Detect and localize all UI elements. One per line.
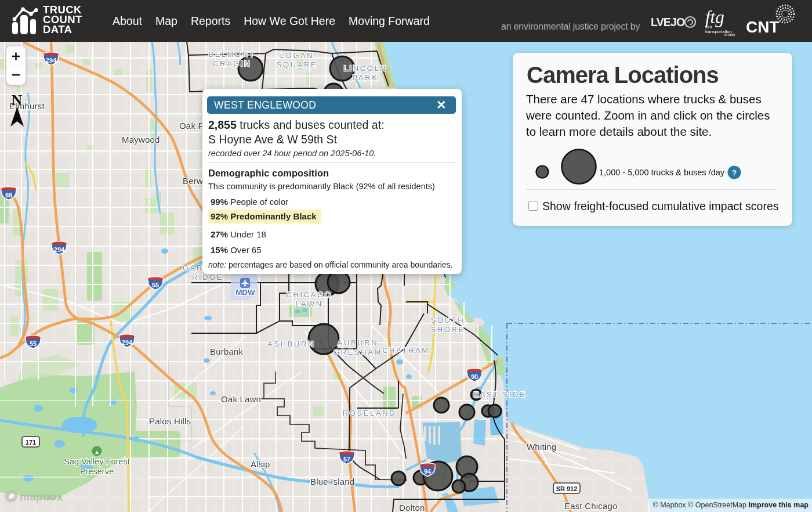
svg-text:GRESHAM: GRESHAM <box>334 348 382 356</box>
svg-text:CHATHAM: CHATHAM <box>382 346 430 355</box>
svg-text:171: 171 <box>26 439 36 446</box>
svg-text:BELMONT: BELMONT <box>208 50 255 59</box>
svg-text:CHICAGO: CHICAGO <box>287 290 332 299</box>
svg-text:SQUARE: SQUARE <box>277 60 318 69</box>
svg-text:N: N <box>12 92 22 108</box>
svg-text:▲: ▲ <box>94 449 100 455</box>
svg-text:Sag Valley Forest: Sag Valley Forest <box>64 457 129 466</box>
svg-text:ASHBURN: ASHBURN <box>267 340 315 348</box>
svg-text:ROSELAND: ROSELAND <box>343 409 396 417</box>
svg-text:SHORE: SHORE <box>430 325 465 334</box>
svg-text:88: 88 <box>5 192 12 199</box>
svg-text:SOUTH: SOUTH <box>431 316 465 324</box>
svg-text:Maywood: Maywood <box>122 135 160 145</box>
svg-text:Preserve: Preserve <box>80 467 114 476</box>
svg-text:55: 55 <box>152 282 159 289</box>
svg-text:PARK: PARK <box>353 73 379 82</box>
svg-text:LINCOLN: LINCOLN <box>344 64 387 73</box>
svg-text:Palos Hills: Palos Hills <box>149 416 191 426</box>
svg-text:55: 55 <box>30 340 37 347</box>
svg-text:LOGAN: LOGAN <box>280 51 314 60</box>
svg-text:90: 90 <box>471 373 478 380</box>
svg-text:SR 912: SR 912 <box>556 485 578 492</box>
svg-text:Blue Island: Blue Island <box>310 477 354 486</box>
svg-text:CRAGIN: CRAGIN <box>213 59 251 68</box>
svg-text:LVEJO: LVEJO <box>651 16 685 28</box>
svg-text:Dolton: Dolton <box>399 503 425 512</box>
svg-text:group: group <box>724 32 735 37</box>
svg-text:Whiting: Whiting <box>527 442 556 452</box>
svg-text:CNT: CNT <box>746 18 780 36</box>
svg-text:LAWN: LAWN <box>295 300 322 308</box>
svg-text:94: 94 <box>424 468 432 475</box>
svg-text:294: 294 <box>46 57 57 64</box>
svg-text:Alsip: Alsip <box>251 459 270 469</box>
svg-text:?: ? <box>732 168 737 177</box>
svg-text:294: 294 <box>54 246 65 253</box>
svg-text:Burbank: Burbank <box>210 347 244 356</box>
svg-text:EAST SIDE: EAST SIDE <box>473 390 526 399</box>
svg-text:mapbox: mapbox <box>20 491 63 503</box>
svg-text:East Chicago: East Chicago <box>564 501 618 511</box>
svg-text:57: 57 <box>343 456 350 463</box>
svg-text:RIDGE: RIDGE <box>192 273 223 282</box>
svg-text:1,000 - 5,000 trucks & buses /: 1,000 - 5,000 trucks & buses /day <box>599 168 725 177</box>
svg-text:AUBURN: AUBURN <box>338 338 379 347</box>
svg-text:294: 294 <box>122 339 133 346</box>
svg-text:Oak Lawn: Oak Lawn <box>221 394 261 404</box>
